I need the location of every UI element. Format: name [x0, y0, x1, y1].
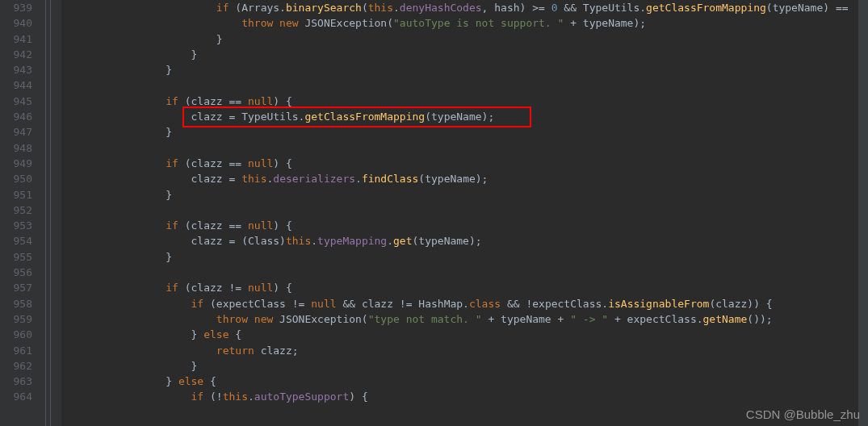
code-line[interactable]: if (clazz == null) {	[61, 218, 868, 233]
code-line[interactable]: clazz = (Class)this.typeMapping.get(type…	[61, 233, 868, 248]
code-line[interactable]: throw new JSONException("type not match.…	[61, 311, 868, 327]
line-number: 948	[3, 140, 32, 156]
code-line[interactable]: }	[61, 124, 868, 140]
fold-column[interactable]	[39, 0, 61, 426]
code-line[interactable]	[61, 140, 868, 156]
line-number: 942	[3, 47, 32, 62]
code-line[interactable]: clazz = TypeUtils.getClassFromMapping(ty…	[61, 109, 868, 124]
code-line[interactable]	[61, 203, 868, 218]
line-number: 954	[3, 233, 32, 248]
line-number: 958	[3, 296, 32, 311]
line-number: 939	[3, 0, 32, 15]
code-line[interactable]: if (expectClass != null && clazz != Hash…	[61, 296, 868, 311]
line-number-gutter[interactable]: 9399409419429439449459469479489499509519…	[0, 0, 39, 426]
code-line[interactable]	[61, 77, 868, 93]
code-line[interactable]: } else {	[61, 374, 868, 389]
code-line[interactable]: }	[61, 358, 868, 374]
line-number: 950	[3, 171, 32, 186]
code-line[interactable]: throw new JSONException("autoType is not…	[61, 15, 868, 31]
code-area[interactable]: if (Arrays.binarySearch(this.denyHashCod…	[61, 0, 868, 426]
code-editor: 9399409419429439449459469479489499509519…	[0, 0, 868, 426]
line-number: 960	[3, 327, 32, 342]
vertical-scrollbar[interactable]	[858, 0, 868, 426]
line-number: 963	[3, 374, 32, 389]
code-line[interactable]: }	[61, 47, 868, 62]
line-number: 961	[3, 343, 32, 358]
code-line[interactable]: if (!this.autoTypeSupport) {	[61, 389, 868, 404]
line-number: 946	[3, 109, 32, 124]
code-line[interactable]: if (clazz == null) {	[61, 156, 868, 171]
line-number: 951	[3, 187, 32, 203]
code-line[interactable]: }	[61, 249, 868, 265]
code-line[interactable]: } else {	[61, 327, 868, 342]
line-number: 964	[3, 389, 32, 404]
line-number: 956	[3, 265, 32, 280]
line-number: 949	[3, 156, 32, 171]
code-line[interactable]: if (Arrays.binarySearch(this.denyHashCod…	[61, 0, 868, 15]
line-number: 952	[3, 203, 32, 218]
watermark: CSDN @Bubble_zhu	[746, 407, 860, 421]
line-number: 947	[3, 124, 32, 140]
code-line[interactable]: }	[61, 62, 868, 77]
code-line[interactable]: clazz = this.deserializers.findClass(typ…	[61, 171, 868, 186]
code-line[interactable]	[61, 265, 868, 280]
line-number: 955	[3, 249, 32, 265]
line-number: 940	[3, 15, 32, 31]
code-line[interactable]: }	[61, 31, 868, 47]
line-number: 945	[3, 94, 32, 109]
code-line[interactable]: }	[61, 187, 868, 203]
line-number: 962	[3, 358, 32, 374]
line-number: 943	[3, 62, 32, 77]
line-number: 944	[3, 77, 32, 93]
line-number: 941	[3, 31, 32, 47]
line-number: 957	[3, 280, 32, 295]
line-number: 953	[3, 218, 32, 233]
code-line[interactable]: return clazz;	[61, 343, 868, 358]
code-line[interactable]: if (clazz == null) {	[61, 94, 868, 109]
code-line[interactable]: if (clazz != null) {	[61, 280, 868, 295]
line-number: 959	[3, 311, 32, 327]
